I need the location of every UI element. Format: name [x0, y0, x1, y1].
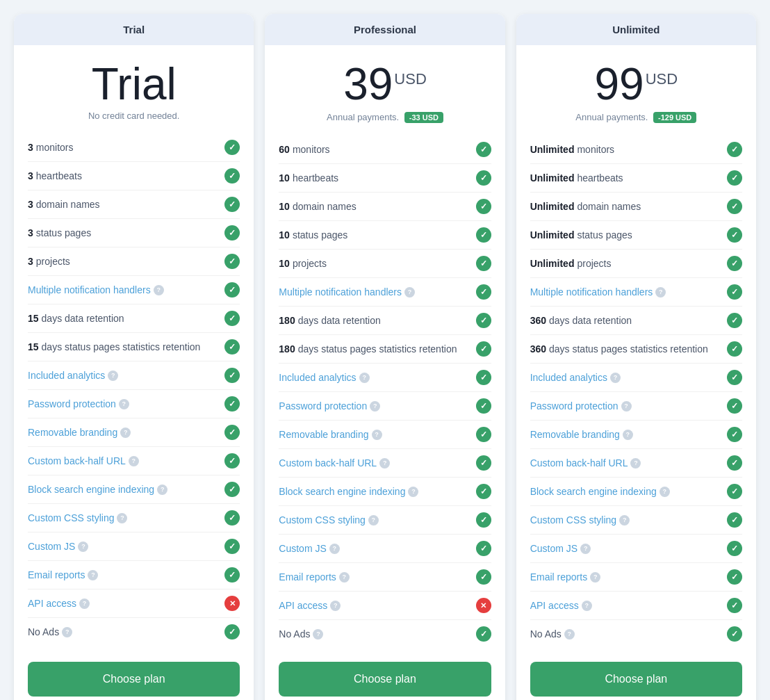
feature-label: 3 heartbeats [28, 170, 224, 181]
check-icon [476, 541, 491, 556]
help-icon[interactable]: ? [78, 542, 88, 552]
feature-row: Included analytics? [530, 364, 742, 392]
help-icon[interactable]: ? [129, 456, 139, 466]
help-icon[interactable]: ? [154, 285, 164, 295]
check-icon [727, 284, 742, 300]
help-icon[interactable]: ? [117, 513, 127, 523]
help-icon[interactable]: ? [79, 599, 90, 609]
feature-colored-label: Included analytics [530, 372, 607, 383]
check-icon [476, 256, 491, 271]
feature-label: Included analytics? [28, 370, 224, 381]
feature-label: Multiple notification handlers? [28, 284, 224, 295]
feature-label: 3 domain names [28, 199, 224, 210]
feature-row: 3 status pages [28, 219, 240, 247]
check-icon [727, 142, 742, 157]
feature-rest-text: monitors [293, 144, 330, 155]
help-icon[interactable]: ? [590, 572, 600, 583]
feature-rest-text: domain names [577, 201, 641, 212]
help-icon[interactable]: ? [619, 515, 630, 526]
help-icon[interactable]: ? [408, 487, 418, 497]
help-icon[interactable]: ? [370, 401, 380, 412]
help-icon[interactable]: ? [655, 287, 666, 298]
check-icon [224, 396, 240, 412]
feature-row: Custom JS? [530, 535, 742, 563]
check-icon [476, 626, 491, 642]
check-icon [224, 624, 240, 640]
feature-row: API access? [530, 592, 742, 620]
check-icon [476, 427, 491, 442]
feature-label: 180 days status pages statistics retenti… [279, 343, 475, 355]
check-icon [727, 427, 742, 442]
check-icon [727, 341, 742, 357]
feature-colored-label: Custom JS [28, 541, 75, 552]
feature-label: No Ads? [279, 628, 475, 640]
feature-bold-value: 10 [279, 229, 290, 241]
check-icon [727, 398, 742, 414]
help-icon[interactable]: ? [313, 629, 323, 640]
help-icon[interactable]: ? [368, 515, 379, 526]
feature-bold-value: 360 [530, 315, 546, 326]
feature-label: API access? [28, 598, 224, 609]
help-icon[interactable]: ? [88, 570, 98, 580]
help-icon[interactable]: ? [108, 371, 118, 381]
feature-row: 360 days data retention [530, 307, 742, 335]
feature-label: Unlimited status pages [530, 229, 727, 241]
help-icon[interactable]: ? [329, 544, 340, 554]
help-icon[interactable]: ? [564, 629, 575, 640]
feature-row: Removable branding? [530, 421, 742, 449]
help-icon[interactable]: ? [372, 430, 382, 440]
help-icon[interactable]: ? [621, 401, 632, 412]
plan-price-section-professional: 39USDAnnual payments. -33 USD [265, 45, 505, 136]
check-icon [476, 341, 491, 357]
help-icon[interactable]: ? [359, 373, 370, 383]
help-icon[interactable]: ? [580, 544, 591, 554]
help-icon[interactable]: ? [120, 428, 131, 438]
choose-plan-button-trial[interactable]: Choose plan [28, 662, 240, 697]
help-icon[interactable]: ? [623, 430, 633, 440]
feature-colored-label: Included analytics [279, 372, 356, 383]
help-icon[interactable]: ? [62, 627, 72, 637]
feature-row: Email reports? [28, 561, 240, 589]
feature-label: No Ads? [28, 626, 224, 637]
help-icon[interactable]: ? [119, 399, 129, 409]
help-icon[interactable]: ? [630, 458, 641, 469]
feature-colored-label: Included analytics [28, 370, 105, 381]
feature-row: Unlimited domain names [530, 193, 742, 221]
feature-label: Email reports? [530, 571, 727, 583]
plan-card-trial: TrialTrialNo credit card needed.3 monito… [14, 14, 254, 700]
feature-bold-value: 3 [28, 256, 33, 267]
help-icon[interactable]: ? [610, 373, 621, 383]
feature-colored-label: API access [530, 600, 579, 611]
check-icon [224, 368, 240, 383]
feature-bold-value: 3 [28, 199, 33, 210]
check-icon [727, 313, 742, 328]
feature-bold-value: 60 [279, 144, 290, 155]
help-icon[interactable]: ? [379, 458, 390, 469]
features-list-trial: 3 monitors3 heartbeats3 domain names3 st… [14, 133, 254, 648]
feature-row: 10 projects [279, 250, 491, 278]
choose-plan-button-professional[interactable]: Choose plan [279, 662, 491, 697]
help-icon[interactable]: ? [404, 287, 415, 298]
feature-label: Custom back-half URL? [279, 457, 475, 469]
check-icon [727, 569, 742, 585]
check-icon [727, 227, 742, 243]
feature-colored-label: API access [28, 598, 76, 609]
help-icon[interactable]: ? [339, 572, 350, 583]
choose-plan-button-unlimited[interactable]: Choose plan [530, 662, 742, 697]
features-list-professional: 60 monitors10 heartbeats10 domain names1… [265, 136, 505, 648]
feature-rest-text: domain names [293, 201, 357, 212]
feature-colored-label: Removable branding [530, 429, 620, 440]
feature-bold-value: 180 [279, 315, 295, 326]
feature-colored-label: Password protection [530, 400, 619, 412]
feature-rest-text: days status pages statistics retention [298, 343, 457, 355]
plan-savings-badge-unlimited: -129 USD [653, 112, 696, 123]
help-icon[interactable]: ? [660, 487, 670, 497]
feature-bold-value: Unlimited [530, 144, 575, 155]
feature-bold-value: 3 [28, 170, 33, 181]
help-icon[interactable]: ? [330, 601, 341, 611]
feature-label: 60 monitors [279, 144, 475, 155]
check-icon [224, 339, 240, 355]
help-icon[interactable]: ? [582, 601, 592, 611]
plan-annual-professional: Annual payments. -33 USD [279, 112, 491, 123]
help-icon[interactable]: ? [157, 485, 167, 495]
